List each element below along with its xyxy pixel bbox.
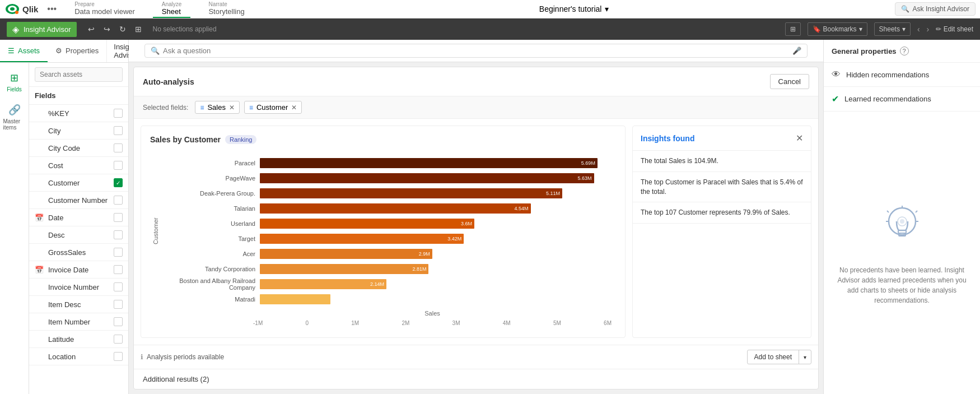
bar-track: 4.54M	[260, 203, 612, 214]
microphone-icon[interactable]: 🎤	[792, 47, 801, 55]
field-name: Customer Number	[48, 196, 108, 205]
field-name: Customer	[48, 179, 80, 187]
field-checkbox[interactable]	[114, 213, 123, 222]
bar-fill[interactable]: 3.6M	[260, 219, 474, 229]
field-checkbox[interactable]	[114, 335, 123, 344]
bar-row: Target 3.42M	[166, 231, 612, 246]
learned-recommendations-item[interactable]: ✔ Learned recommendations	[824, 87, 980, 112]
cancel-button[interactable]: Cancel	[770, 74, 809, 89]
field-checkbox[interactable]	[114, 143, 123, 152]
bar-fill[interactable]: 5.63M	[260, 173, 594, 183]
chart-inner: Customer Paracel 5.69M PageWave 5.63M De…	[150, 153, 616, 309]
sales-tag-remove[interactable]: ✕	[229, 104, 235, 112]
search-assets-input[interactable]	[35, 67, 123, 82]
bar-fill[interactable]: 2.81M	[260, 264, 428, 274]
ask-insight-advisor-button[interactable]: 🔍 Ask Insight Advisor	[895, 2, 976, 16]
field-item[interactable]: 📅 Invoice Date	[29, 261, 128, 279]
selection-clear-icon[interactable]: ↻	[117, 22, 128, 36]
field-item[interactable]: T Location	[29, 348, 128, 365]
field-item[interactable]: T Invoice Number	[29, 279, 128, 296]
add-to-sheet-dropdown-arrow[interactable]: ▾	[799, 351, 811, 363]
fields-icon: ⊞	[10, 72, 18, 84]
field-item[interactable]: T GrossSales	[29, 244, 128, 261]
field-item[interactable]: T Cost	[29, 157, 128, 174]
add-to-sheet-btn[interactable]: Add to sheet ▾	[747, 350, 811, 364]
hidden-recommendations-item[interactable]: 👁 Hidden recommendations	[824, 63, 980, 87]
bar-fill[interactable]: 4.54M	[260, 203, 531, 214]
selection-forward-icon[interactable]: ↪	[101, 22, 113, 36]
field-item[interactable]: T City	[29, 122, 128, 140]
field-checkbox[interactable]	[114, 248, 123, 257]
customer-tag-remove[interactable]: ✕	[291, 104, 297, 112]
main-toolbar: ◈ Insight Advisor ↩ ↪ ↻ ⊞ No selections …	[0, 18, 980, 40]
field-item[interactable]: T Desc	[29, 226, 128, 244]
app-title[interactable]: Beginner's tutorial ▾	[539, 4, 609, 13]
field-checkbox[interactable]	[114, 230, 123, 239]
insight-advisor-toolbar-btn[interactable]: ◈ Insight Advisor	[7, 22, 77, 37]
field-checkbox[interactable]	[114, 317, 123, 326]
nav-item-prepare[interactable]: Prepare Data model viewer	[66, 0, 144, 18]
field-checkbox[interactable]	[114, 282, 123, 291]
field-checkbox[interactable]	[114, 265, 123, 274]
properties-icon: ⚙	[55, 47, 62, 55]
bookmarks-btn[interactable]: 🔖 Bookmarks ▾	[808, 22, 867, 36]
bar-inline-value: 3.42M	[447, 236, 461, 242]
insights-close-icon[interactable]: ✕	[796, 133, 803, 143]
nav-item-narrate[interactable]: Narrate Storytelling	[199, 0, 253, 18]
bar-fill[interactable]	[260, 294, 330, 304]
bar-fill[interactable]: 2.9M	[260, 249, 432, 259]
grid-view-btn[interactable]: ⊞	[785, 22, 801, 36]
sheets-btn[interactable]: Sheets ▾	[874, 22, 911, 36]
nav-item-analyze[interactable]: Analyze Sheet	[153, 0, 191, 18]
ia-search-input[interactable]	[163, 47, 789, 55]
field-checkbox[interactable]: ✓	[114, 178, 123, 187]
bar-fill[interactable]: 2.14M	[260, 279, 386, 289]
field-item[interactable]: T Item Number	[29, 313, 128, 331]
search-icon: 🔍	[901, 5, 909, 13]
main-content: ☰ Assets ⚙ Properties Insight Advisor ⊞ …	[0, 40, 980, 394]
tab-properties[interactable]: ⚙ Properties	[48, 40, 106, 62]
field-checkbox[interactable]	[114, 161, 123, 170]
field-item[interactable]: T Customer ✓	[29, 174, 128, 192]
field-item[interactable]: T Item Desc	[29, 296, 128, 313]
field-checkbox[interactable]	[114, 109, 123, 118]
field-checkbox[interactable]	[114, 196, 123, 205]
bar-label: Acer	[166, 251, 255, 257]
learned-rec-label: Learned recommendations	[844, 95, 931, 103]
master-items-icon: 🔗	[8, 104, 21, 116]
tab-assets[interactable]: ☰ Assets	[0, 40, 48, 62]
bar-fill[interactable]: 5.11M	[260, 188, 562, 198]
analysis-periods-label: Analysis periods available	[147, 353, 224, 361]
insight-item: The top Customer is Paracel with Sales t…	[633, 172, 811, 203]
field-checkbox[interactable]	[114, 352, 123, 361]
add-to-sheet-label[interactable]: Add to sheet	[748, 350, 799, 364]
nav-prev-icon[interactable]: ‹	[917, 25, 920, 34]
help-icon[interactable]: ?	[900, 47, 909, 55]
field-item[interactable]: T Customer Number	[29, 192, 128, 209]
field-checkbox[interactable]	[114, 126, 123, 135]
field-item[interactable]: T %KEY	[29, 105, 128, 122]
nav-next-icon[interactable]: ›	[927, 25, 930, 34]
x-label-2m: 2M	[402, 320, 409, 326]
selection-back-icon[interactable]: ↩	[86, 22, 97, 36]
field-item[interactable]: 📅 Date	[29, 209, 128, 226]
toolbar-right-group: ⊞ 🔖 Bookmarks ▾ Sheets ▾ ‹ › ✏ Edit shee…	[785, 22, 973, 36]
field-checkbox[interactable]	[114, 300, 123, 309]
field-item[interactable]: T City Code	[29, 140, 128, 157]
edit-sheet-btn[interactable]: ✏ Edit sheet	[936, 25, 973, 33]
selection-lock-icon[interactable]: ⊞	[133, 22, 144, 36]
bar-fill[interactable]: 5.69M	[260, 158, 598, 168]
chart-title-row: Sales by Customer Ranking	[150, 135, 616, 144]
sidebar-item-master-items[interactable]: 🔗 Master items	[1, 99, 28, 135]
sales-field-icon: ≡	[200, 104, 204, 112]
field-item[interactable]: T Latitude	[29, 331, 128, 348]
field-item-left: T Invoice Number	[35, 283, 99, 291]
properties-tab-label: Properties	[66, 47, 99, 55]
customer-tag-label: Customer	[256, 103, 288, 112]
bar-fill[interactable]: 3.42M	[260, 234, 464, 244]
bar-row: Talarian 4.54M	[166, 201, 612, 216]
sidebar-item-fields[interactable]: ⊞ Fields	[1, 67, 28, 97]
nav-more-icon[interactable]: •••	[47, 4, 57, 14]
insight-item: The top 107 Customer represents 79.9% of…	[633, 202, 811, 224]
chart-y-label: Customer	[150, 153, 161, 309]
